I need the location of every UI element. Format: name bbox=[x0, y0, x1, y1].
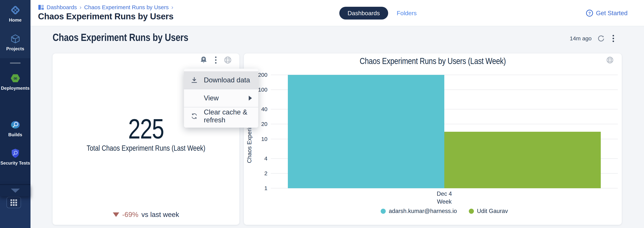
explore-globe-icon[interactable] bbox=[606, 56, 614, 64]
legend-item[interactable]: adarsh.kumar@harness.io bbox=[381, 208, 457, 214]
menu-item-download-data[interactable]: Download data bbox=[184, 71, 258, 89]
submenu-arrow-icon bbox=[249, 96, 252, 100]
menu-item-view[interactable]: View bbox=[184, 89, 258, 107]
harness-logo-icon bbox=[10, 5, 21, 16]
sidebar-item-builds[interactable]: Builds bbox=[0, 119, 30, 137]
breadcrumb-link[interactable]: Dashboards bbox=[46, 4, 77, 11]
menu-item-label: Clear cache & refresh bbox=[204, 108, 252, 124]
legend-label: Udit Gaurav bbox=[477, 208, 508, 214]
menu-item-clear-cache-refresh[interactable]: Clear cache & refresh bbox=[184, 107, 258, 125]
breadcrumb: Dashboards›Chaos Experiment Runs by User… bbox=[38, 4, 173, 11]
legend-label: adarsh.kumar@harness.io bbox=[389, 208, 457, 214]
tab-folders[interactable]: Folders bbox=[397, 10, 417, 17]
tile-context-menu: Download dataViewClear cache & refresh bbox=[184, 69, 258, 128]
last-refresh-timestamp: 14m ago bbox=[570, 35, 592, 42]
breadcrumb-separator: › bbox=[80, 4, 82, 11]
legend-swatch bbox=[469, 209, 474, 214]
tab-bar: Dashboards Folders bbox=[339, 7, 416, 20]
breadcrumb-separator: › bbox=[171, 4, 173, 11]
add-alert-bell-icon[interactable] bbox=[199, 56, 208, 64]
sidebar-item-label: Deployments bbox=[1, 86, 30, 91]
chart-tile: Chaos Experiment Runs by Users (Last Wee… bbox=[244, 53, 622, 225]
get-started-link[interactable]: ? Get Started bbox=[586, 7, 628, 20]
sidebar-item-label: Security Tests bbox=[0, 161, 30, 166]
tile-more-options-icon[interactable] bbox=[213, 56, 218, 64]
breadcrumb-link[interactable]: Chaos Experiment Runs by Users bbox=[84, 4, 169, 11]
get-started-label: Get Started bbox=[596, 10, 628, 17]
explore-globe-icon[interactable] bbox=[224, 56, 232, 64]
security-shield-icon bbox=[10, 148, 21, 159]
projects-cube-icon bbox=[10, 33, 21, 44]
x-axis-title: Week bbox=[271, 198, 618, 205]
toolbar-actions: 14m ago bbox=[570, 34, 616, 43]
dashboards-logo-icon bbox=[38, 5, 44, 10]
y-axis-tick-label: 10 bbox=[246, 136, 268, 142]
sidebar-item-label: Builds bbox=[8, 132, 22, 137]
dashboard-title: Chaos Experiment Runs by Users bbox=[52, 31, 188, 43]
stat-delta: -69% vs last week bbox=[52, 211, 239, 219]
menu-item-label: Download data bbox=[204, 76, 250, 84]
app-window: HomeProjects∞DeploymentsBuildsSecurity T… bbox=[0, 0, 644, 228]
download-icon bbox=[190, 76, 198, 84]
dashboard-more-options-icon[interactable] bbox=[611, 34, 616, 43]
triangle-down-icon bbox=[113, 212, 119, 217]
sidebar-section-divider bbox=[10, 62, 20, 64]
sync-icon bbox=[190, 112, 198, 120]
stat-caption: Total Chaos Experiment Runs (Last Week) bbox=[68, 144, 224, 152]
stat-tile-actions bbox=[199, 56, 232, 64]
y-axis-tick-label: 4 bbox=[246, 155, 268, 162]
chart-title: Chaos Experiment Runs by Users (Last Wee… bbox=[244, 56, 622, 66]
chart-bar-2[interactable] bbox=[444, 132, 601, 188]
chevron-down-icon[interactable] bbox=[11, 189, 20, 193]
question-circle-icon: ? bbox=[586, 9, 593, 17]
builds-ci-icon bbox=[10, 119, 21, 130]
tab-dashboards[interactable]: Dashboards bbox=[339, 7, 388, 20]
grid-icon bbox=[10, 199, 17, 206]
menu-item-label: View bbox=[204, 94, 219, 102]
delta-value: -69% bbox=[122, 211, 138, 219]
chart-legend: adarsh.kumar@harness.ioUdit Gaurav bbox=[271, 208, 618, 214]
sidebar-nav: HomeProjects∞DeploymentsBuildsSecurity T… bbox=[0, 0, 30, 228]
sidebar-item-deployments[interactable]: ∞Deployments bbox=[0, 73, 30, 91]
top-header: Dashboards›Chaos Experiment Runs by User… bbox=[30, 0, 644, 26]
deployments-pipeline-icon: ∞ bbox=[10, 73, 21, 84]
legend-swatch bbox=[381, 209, 386, 214]
svg-text:∞: ∞ bbox=[13, 75, 17, 81]
delta-caption: vs last week bbox=[141, 211, 179, 219]
x-axis-tick-label: Dec 4 bbox=[271, 190, 618, 197]
y-axis-tick-label: 1 bbox=[246, 185, 268, 191]
page-title: Chaos Experiment Runs by Users bbox=[38, 11, 174, 21]
svg-text:?: ? bbox=[588, 11, 591, 16]
sidebar-item-home[interactable]: Home bbox=[0, 5, 30, 23]
sidebar-item-label: Projects bbox=[6, 46, 24, 51]
chart-bar-1[interactable] bbox=[288, 75, 444, 188]
sidebar-collapse-band[interactable] bbox=[0, 184, 30, 196]
sidebar-item-security-tests[interactable]: Security Tests bbox=[0, 148, 30, 166]
sidebar-item-projects[interactable]: Projects bbox=[0, 33, 30, 51]
legend-item[interactable]: Udit Gaurav bbox=[469, 208, 508, 214]
sidebar-item-label: Home bbox=[9, 18, 22, 23]
chart-plot-area: 200100402010421 bbox=[271, 75, 618, 188]
module-picker-button[interactable] bbox=[6, 197, 21, 208]
refresh-icon[interactable] bbox=[597, 35, 605, 42]
y-axis-tick-label: 2 bbox=[246, 170, 268, 177]
